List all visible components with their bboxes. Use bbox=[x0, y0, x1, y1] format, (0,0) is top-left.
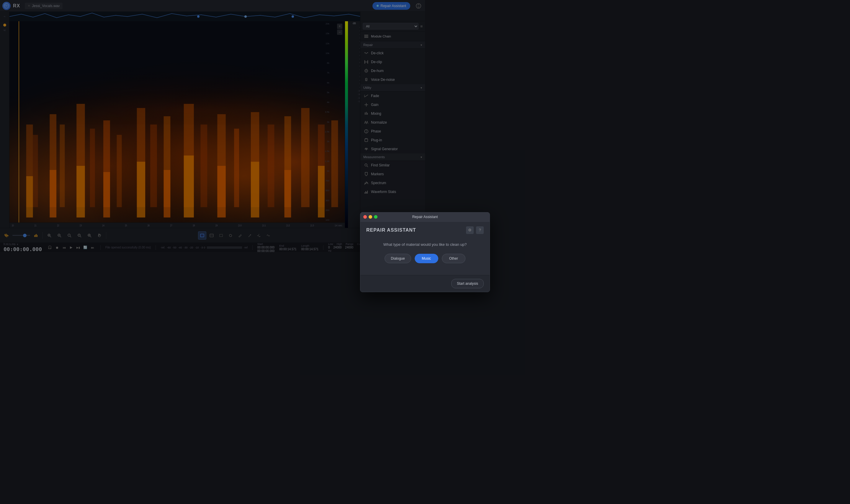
minimize-traffic-light[interactable] bbox=[369, 215, 372, 219]
repair-assistant-modal: Repair Assistant REPAIR ASSISTANT ⚙ ? Wh… bbox=[360, 212, 425, 252]
close-traffic-light[interactable] bbox=[363, 215, 367, 219]
modal-titlebar: Repair Assistant bbox=[360, 213, 425, 222]
modal-traffic-lights bbox=[363, 215, 378, 219]
modal-header-row: REPAIR ASSISTANT ⚙ ? bbox=[360, 222, 425, 236]
modal-title: Repair Assistant bbox=[412, 215, 425, 219]
modal-overlay: Repair Assistant REPAIR ASSISTANT ⚙ ? Wh… bbox=[0, 0, 425, 252]
modal-question: What type of material would you like to … bbox=[366, 242, 425, 247]
maximize-traffic-light[interactable] bbox=[374, 215, 378, 219]
modal-body: What type of material would you like to … bbox=[360, 236, 425, 252]
modal-heading: REPAIR ASSISTANT bbox=[366, 228, 416, 233]
